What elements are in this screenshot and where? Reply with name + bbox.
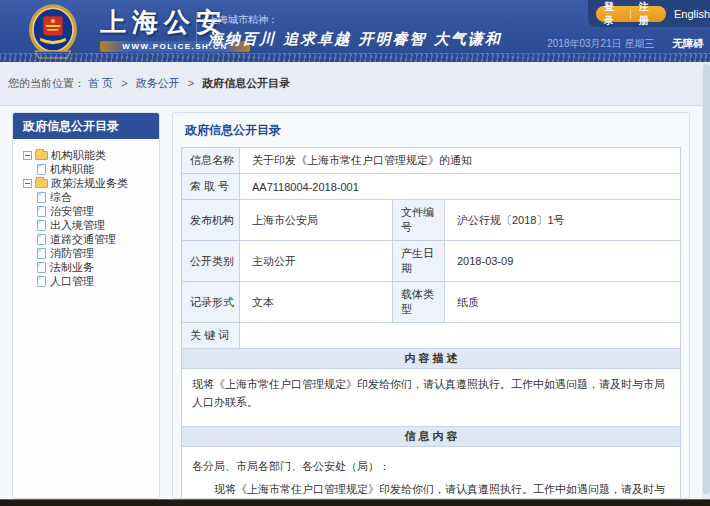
document-icon — [37, 262, 46, 273]
table-row: 现将《上海市常住户口管理规定》印发给你们，请认真遵照执行。工作中如遇问题，请及时… — [182, 369, 681, 427]
tree-label: 机构职能 — [50, 162, 94, 177]
document-icon — [37, 234, 46, 245]
table-row: 公开类别 主动公开 产生日期 2018-03-09 — [182, 241, 681, 282]
document-body: 各分局、市局各部门、各公安处（局）： 现将《上海市常住户口管理规定》印发给你们，… — [182, 447, 681, 500]
tree-node-entry-exit[interactable]: 出入境管理 — [23, 219, 155, 232]
table-row: 记录形式 文本 载体类型 纸质 — [182, 282, 681, 323]
panel-title: 政府信息公开目录 — [173, 113, 689, 147]
document-icon — [37, 206, 46, 217]
tree-label: 法制业务 — [50, 260, 94, 275]
tree-label: 机构职能类 — [51, 148, 106, 163]
table-row: 索 取 号 AA7118004-2018-001 — [182, 174, 681, 200]
description-text: 现将《上海市常住户口管理规定》印发给你们，请认真遵照执行。工作中如遇问题，请及时… — [182, 369, 681, 427]
field-value-keywords — [240, 323, 681, 349]
tree-label: 道路交通管理 — [50, 232, 116, 247]
tree-node-population[interactable]: 人口管理 — [23, 275, 155, 288]
field-value-info-name: 关于印发《上海市常住户口管理规定》的通知 — [240, 148, 681, 174]
field-value-gen-date: 2018-03-09 — [445, 241, 681, 282]
field-value-index-no: AA7118004-2018-001 — [240, 174, 681, 200]
tree-label: 治安管理 — [50, 204, 94, 219]
tree-node-org-function[interactable]: 机构职能 — [23, 163, 155, 176]
auth-divider — [630, 9, 631, 19]
info-table: 信息名称 关于印发《上海市常住户口管理规定》的通知 索 取 号 AA711800… — [181, 147, 681, 499]
field-label: 公开类别 — [182, 241, 240, 282]
document-icon — [37, 192, 46, 203]
city-spirit-block: 上海城市精神： 海纳百川 追求卓越 开明睿智 大气谦和 — [208, 13, 502, 49]
site-header: 上海公安 WWW.POLICE.SH.CN 上海城市精神： 海纳百川 追求卓越 … — [0, 0, 710, 62]
section-header-content: 信 息 内 容 — [182, 427, 681, 447]
police-badge-icon — [13, 1, 93, 65]
field-label: 发布机构 — [182, 200, 240, 241]
tree-node-org-category[interactable]: 机构职能类 — [23, 149, 155, 162]
tree-label: 综合 — [50, 190, 72, 205]
field-value-issuer: 上海市公安局 — [240, 200, 393, 241]
section-header-description: 内 容 描 述 — [182, 349, 681, 369]
breadcrumb-separator: > — [121, 77, 127, 89]
tree-label: 政策法规业务类 — [51, 176, 128, 191]
sidebar-title: 政府信息公开目录 — [13, 113, 159, 139]
document-icon — [37, 248, 46, 259]
table-row: 各分局、市局各部门、各公安处（局）： 现将《上海市常住户口管理规定》印发给你们，… — [182, 447, 681, 500]
city-spirit-slogan: 海纳百川 追求卓越 开明睿智 大气谦和 — [208, 30, 502, 49]
table-row: 内 容 描 述 — [182, 349, 681, 369]
login-button[interactable]: 登录 — [604, 0, 623, 28]
collapse-icon[interactable] — [23, 151, 32, 160]
sidebar-catalog: 政府信息公开目录 机构职能类 机构职能 政策法规业务类 综合 — [12, 112, 160, 499]
field-value-record-form: 文本 — [240, 282, 393, 323]
field-label: 记录形式 — [182, 282, 240, 323]
page: 上海公安 WWW.POLICE.SH.CN 上海城市精神： 海纳百川 追求卓越 … — [0, 0, 710, 506]
document-icon — [37, 220, 46, 231]
header-divider — [196, 12, 197, 48]
breadcrumb: 您的当前位置： 首 页 > 政务公开 > 政府信息公开目录 — [8, 76, 290, 91]
field-value-carrier: 纸质 — [445, 282, 681, 323]
city-spirit-label: 上海城市精神： — [208, 13, 502, 27]
table-row: 关 键 词 — [182, 323, 681, 349]
folder-icon — [35, 179, 48, 188]
tree-node-legal[interactable]: 法制业务 — [23, 261, 155, 274]
footer-bar — [0, 499, 710, 506]
field-label: 文件编号 — [393, 200, 445, 241]
collapse-icon[interactable] — [23, 179, 32, 188]
auth-button-group[interactable]: 登录 注册 — [596, 6, 666, 22]
field-value-category: 主动公开 — [240, 241, 393, 282]
folder-icon — [35, 151, 48, 160]
tree-node-public-security[interactable]: 治安管理 — [23, 205, 155, 218]
tree-label: 出入境管理 — [50, 218, 105, 233]
document-icon — [37, 164, 46, 175]
table-row: 信息名称 关于印发《上海市常住户口管理规定》的通知 — [182, 148, 681, 174]
field-label: 载体类型 — [393, 282, 445, 323]
register-button[interactable]: 注册 — [638, 0, 657, 28]
table-row: 信 息 内 容 — [182, 427, 681, 447]
tree-label: 消防管理 — [50, 246, 94, 261]
tree-node-fire[interactable]: 消防管理 — [23, 247, 155, 260]
tree-node-policy-category[interactable]: 政策法规业务类 — [23, 177, 155, 190]
account-panel: 登录 注册 English — [588, 0, 710, 27]
field-label: 关 键 词 — [182, 323, 240, 349]
tree-node-traffic[interactable]: 道路交通管理 — [23, 233, 155, 246]
english-link[interactable]: English — [674, 8, 710, 20]
main-content-panel: 政府信息公开目录 信息名称 关于印发《上海市常住户口管理规定》的通知 索 取 号… — [172, 112, 690, 499]
catalog-tree: 机构职能类 机构职能 政策法规业务类 综合 治安管理 出入境管理 — [13, 139, 159, 288]
scrollbar-track[interactable] — [702, 62, 710, 499]
breadcrumb-bar: 您的当前位置： 首 页 > 政务公开 > 政府信息公开目录 — [0, 62, 710, 106]
accessibility-link[interactable]: 无障碍 — [673, 37, 705, 51]
tree-node-general[interactable]: 综合 — [23, 191, 155, 204]
doc-salutation: 各分局、市局各部门、各公安处（局）： — [192, 459, 670, 475]
breadcrumb-prefix: 您的当前位置： — [8, 77, 85, 89]
breadcrumb-separator: > — [188, 77, 194, 89]
field-label: 产生日期 — [393, 241, 445, 282]
header-date-row: 2018年03月21日 星期三 无障碍 — [547, 37, 704, 51]
breadcrumb-level1-link[interactable]: 政务公开 — [136, 77, 180, 89]
tree-label: 人口管理 — [50, 274, 94, 289]
breadcrumb-current: 政府信息公开目录 — [202, 77, 290, 89]
scrollbar-thumb[interactable] — [703, 64, 710, 494]
document-icon — [37, 276, 46, 287]
field-label: 索 取 号 — [182, 174, 240, 200]
table-row: 发布机构 上海市公安局 文件编号 沪公行规〔2018〕1号 — [182, 200, 681, 241]
breadcrumb-home-link[interactable]: 首 页 — [88, 77, 113, 89]
field-label: 信息名称 — [182, 148, 240, 174]
field-value-doc-no: 沪公行规〔2018〕1号 — [445, 200, 681, 241]
current-date: 2018年03月21日 星期三 — [547, 37, 654, 51]
doc-paragraph: 现将《上海市常住户口管理规定》印发给你们，请认真遵照执行。工作中如遇问题，请及时… — [192, 482, 670, 499]
